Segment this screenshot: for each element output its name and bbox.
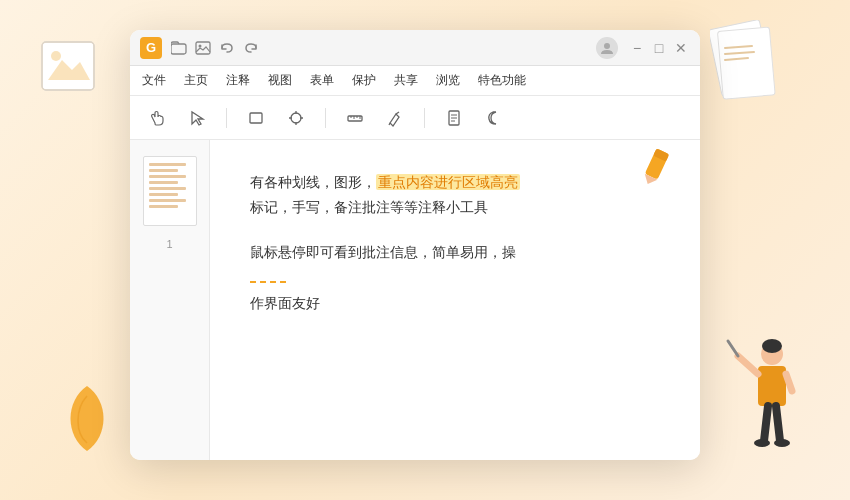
svg-point-10 — [762, 339, 782, 353]
thumb-line — [149, 205, 178, 208]
deco-person — [720, 336, 800, 470]
ruler-tool-button[interactable] — [340, 103, 370, 133]
svg-rect-19 — [171, 44, 186, 54]
thumb-line — [149, 169, 178, 172]
doc-paragraph-1: 有各种划线，图形，重点内容进行区域高亮标记，手写，备注批注等等注释小工具 — [250, 170, 660, 220]
undo-icon[interactable] — [218, 39, 236, 57]
svg-rect-20 — [196, 42, 210, 54]
thumb-line — [149, 193, 178, 196]
dashed-underline — [250, 281, 286, 283]
edit-tool-button[interactable] — [380, 103, 410, 133]
svg-line-12 — [738, 356, 758, 374]
highlight-span: 重点内容进行区域高亮 — [376, 174, 520, 190]
app-icon: G — [140, 37, 162, 59]
title-bar-right: − □ ✕ — [596, 37, 690, 59]
deco-paper — [710, 20, 780, 104]
svg-marker-6 — [48, 60, 90, 80]
svg-point-9 — [761, 343, 783, 365]
doc-area: 有各种划线，图形，重点内容进行区域高亮标记，手写，备注批注等等注释小工具 鼠标悬… — [210, 140, 700, 460]
folder-icon[interactable] — [170, 39, 188, 57]
thumb-line — [149, 163, 187, 166]
toolbar — [130, 96, 700, 140]
content-area: 1 有各种划线，图形，重点内容进行区域高亮标记，手写，备注批注等等注释小工具 鼠… — [130, 140, 700, 460]
thumb-line — [149, 199, 187, 202]
svg-rect-11 — [758, 366, 786, 406]
redo-icon[interactable] — [242, 39, 260, 57]
svg-line-14 — [728, 341, 738, 356]
title-bar: G − □ ✕ — [130, 30, 700, 66]
svg-point-24 — [291, 113, 301, 123]
svg-rect-23 — [250, 113, 262, 123]
svg-point-18 — [774, 439, 790, 447]
svg-line-16 — [776, 406, 780, 441]
svg-point-21 — [199, 44, 202, 47]
svg-line-34 — [396, 112, 399, 114]
menu-protect[interactable]: 保护 — [352, 72, 376, 89]
svg-point-7 — [51, 51, 61, 61]
deco-photo-frame — [40, 40, 100, 99]
svg-rect-5 — [42, 42, 94, 90]
hand-tool-button[interactable] — [142, 103, 172, 133]
page-number: 1 — [166, 238, 172, 250]
rect-tool-button[interactable] — [241, 103, 271, 133]
menu-home[interactable]: 主页 — [184, 72, 208, 89]
deco-leaf — [60, 381, 115, 460]
menu-browse[interactable]: 浏览 — [436, 72, 460, 89]
highlighter-deco — [642, 148, 682, 192]
toolbar-separator-3 — [424, 108, 425, 128]
thumb-line — [149, 181, 178, 184]
svg-line-2 — [725, 46, 752, 48]
doc-paragraph-2: 鼠标悬停即可看到批注信息，简单易用，操 作界面友好 — [250, 240, 660, 316]
user-avatar[interactable] — [596, 37, 618, 59]
menu-annotate[interactable]: 注释 — [226, 72, 250, 89]
paragraph-2-line1: 鼠标悬停即可看到批注信息，简单易用，操 — [250, 244, 516, 260]
app-window: G − □ ✕ 文件 主页 注释 视图 — [130, 30, 700, 460]
svg-line-15 — [764, 406, 768, 441]
svg-rect-0 — [710, 20, 773, 97]
toolbar-separator-1 — [226, 108, 227, 128]
page-panel: 1 — [130, 140, 210, 460]
page-tool-button[interactable] — [439, 103, 469, 133]
select-tool-button[interactable] — [182, 103, 212, 133]
text-after-highlight: 标记，手写，备注批注等等注释小工具 — [250, 199, 488, 215]
close-button[interactable]: ✕ — [672, 39, 690, 57]
menu-share[interactable]: 共享 — [394, 72, 418, 89]
title-bar-tools — [170, 39, 596, 57]
svg-rect-1 — [717, 27, 775, 99]
text-before-highlight: 有各种划线，图形， — [250, 174, 376, 190]
svg-line-4 — [725, 58, 748, 60]
page-thumbnail[interactable] — [143, 156, 197, 226]
restore-button[interactable]: □ — [650, 39, 668, 57]
svg-point-17 — [754, 439, 770, 447]
svg-line-3 — [725, 52, 754, 54]
crosshair-tool-button[interactable] — [281, 103, 311, 133]
svg-point-22 — [604, 43, 610, 49]
thumb-line — [149, 187, 187, 190]
thumb-line — [149, 175, 187, 178]
minimize-button[interactable]: − — [628, 39, 646, 57]
paragraph-2-line2: 作界面友好 — [250, 295, 320, 311]
night-tool-button[interactable] — [479, 103, 509, 133]
svg-line-35 — [389, 123, 390, 125]
menu-bar: 文件 主页 注释 视图 表单 保护 共享 浏览 特色功能 — [130, 66, 700, 96]
svg-rect-8 — [42, 42, 94, 90]
svg-line-13 — [786, 374, 792, 391]
toolbar-separator-2 — [325, 108, 326, 128]
menu-form[interactable]: 表单 — [310, 72, 334, 89]
menu-special[interactable]: 特色功能 — [478, 72, 526, 89]
menu-view[interactable]: 视图 — [268, 72, 292, 89]
menu-file[interactable]: 文件 — [142, 72, 166, 89]
image-icon[interactable] — [194, 39, 212, 57]
